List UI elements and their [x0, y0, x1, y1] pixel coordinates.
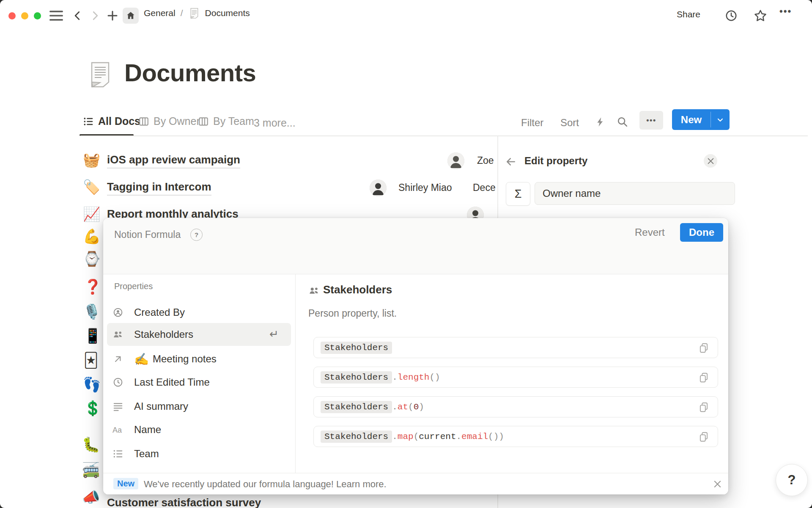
row-emoji: 🧺 [83, 152, 100, 168]
tab-all-docs[interactable]: All Docs [83, 115, 140, 127]
formula-example[interactable]: Stakeholders.map(current.email()) [313, 426, 718, 447]
property-label: Team [134, 448, 159, 460]
favorite-star-icon[interactable] [752, 8, 768, 24]
property-item-stakeholders[interactable]: Stakeholders ↵ [107, 323, 291, 346]
formula-banner: New We've recently updated our formula l… [103, 473, 728, 494]
row-emoji: 💪 [83, 228, 101, 245]
page-icon[interactable] [86, 61, 113, 88]
row-emoji: 📱 [84, 327, 102, 344]
window-close-button[interactable] [8, 12, 16, 19]
property-label: Meeting notes [153, 353, 217, 365]
tab-label: All Docs [98, 115, 140, 127]
row-emoji: 👣 [83, 376, 101, 393]
updates-clock-icon[interactable] [724, 8, 739, 23]
table-row[interactable]: 🧺 iOS app review campaign Zoe [0, 147, 497, 174]
formula-code: Stakeholders.at(0) [321, 401, 424, 413]
return-key-icon: ↵ [269, 328, 279, 341]
forward-icon[interactable] [88, 8, 102, 23]
new-button-group: New [672, 109, 730, 130]
formula-example[interactable]: Stakeholders.at(0) [313, 396, 718, 417]
formula-sigma-icon[interactable]: Σ [506, 182, 530, 206]
row-emoji: 🃏 [84, 352, 99, 369]
new-button[interactable]: New [672, 109, 710, 130]
view-options-ellipsis-icon[interactable]: ••• [639, 111, 663, 130]
property-label: Created By [134, 306, 185, 318]
property-emoji: ✍️ [134, 352, 149, 366]
formula-help-icon[interactable]: ? [190, 229, 203, 241]
back-icon[interactable] [70, 8, 85, 23]
formula-example[interactable]: Stakeholders.length() [313, 367, 718, 388]
detail-title: Stakeholders [323, 283, 392, 296]
tab-label: By Team [213, 115, 254, 127]
property-item-meeting-notes[interactable]: ✍️ Meeting notes [107, 348, 291, 370]
row-emoji: 📈 [83, 206, 100, 222]
sort-button[interactable]: Sort [560, 117, 579, 129]
window-minimize-button[interactable] [21, 12, 28, 19]
breadcrumb: General / Documents [144, 0, 250, 26]
new-page-plus-icon[interactable] [105, 8, 120, 23]
revert-button[interactable]: Revert [635, 223, 665, 242]
row-emoji: 💲 [84, 400, 102, 417]
panel-title: Edit property [524, 155, 587, 167]
table-row[interactable]: 🏷️ Tagging in Intercom Shirley Miao Dece [0, 174, 497, 202]
row-emoji: 🚎 [82, 461, 100, 478]
properties-header: Properties [114, 282, 153, 291]
home-icon[interactable] [123, 8, 139, 24]
row-emoji: 🏷️ [83, 179, 100, 195]
back-arrow-icon[interactable] [504, 155, 518, 168]
copy-icon[interactable] [698, 342, 709, 353]
row-emoji: 🐛 [82, 436, 100, 453]
breadcrumb-separator: / [181, 8, 183, 18]
person-circle-icon [112, 307, 123, 318]
more-options-icon[interactable]: ••• [779, 6, 792, 17]
person-name: Shirley Miao [398, 182, 452, 193]
property-name-input[interactable] [535, 182, 735, 205]
arrow-up-right-icon [112, 353, 123, 364]
row-title[interactable]: Tagging in Intercom [107, 180, 211, 196]
copy-icon[interactable] [698, 431, 709, 442]
row-title[interactable]: Customer satisfaction survey [107, 496, 261, 508]
tab-label: By Owner [154, 115, 200, 127]
breadcrumb-current[interactable]: Documents [205, 8, 250, 18]
filter-button[interactable]: Filter [521, 117, 543, 129]
sidebar-menu-icon[interactable] [47, 9, 65, 22]
window-zoom-button[interactable] [34, 12, 41, 19]
property-item-ai-summary[interactable]: AI summary [107, 395, 291, 418]
detail-description: Person property, list. [308, 308, 397, 319]
people-icon [308, 285, 320, 296]
property-item-name[interactable]: Aa Name [107, 418, 291, 441]
notion-window: General / Documents Share ••• Documents … [0, 0, 812, 508]
help-button[interactable]: ? [776, 464, 808, 496]
tab-more[interactable]: 3 more... [254, 117, 296, 129]
done-button[interactable]: Done [680, 223, 723, 242]
row-emoji: ⌚ [83, 250, 101, 267]
copy-icon[interactable] [698, 372, 709, 383]
svg-text:Aa: Aa [112, 426, 122, 434]
formula-dialog-header: Notion Formula ? Revert Done [103, 218, 728, 274]
banner-text: We've recently updated our formula langu… [144, 479, 387, 490]
automations-bolt-icon[interactable] [593, 114, 608, 130]
close-icon[interactable] [704, 154, 717, 168]
title-aa-icon: Aa [112, 424, 123, 435]
tab-by-team[interactable]: By Team [198, 115, 254, 127]
row-emoji: ❓ [84, 278, 102, 295]
tab-by-owner[interactable]: By Owner [138, 115, 200, 127]
share-button[interactable]: Share [677, 9, 700, 19]
breadcrumb-root[interactable]: General [144, 8, 176, 18]
page-title[interactable]: Documents [124, 58, 256, 87]
avatar [447, 152, 464, 169]
property-item-created-by[interactable]: Created By [107, 301, 291, 324]
row-title[interactable]: iOS app review campaign [107, 153, 240, 168]
property-item-last-edited-time[interactable]: Last Edited Time [107, 371, 291, 394]
property-label: AI summary [134, 400, 188, 412]
row-emoji: 🎙️ [83, 303, 101, 320]
search-icon[interactable] [615, 114, 630, 130]
formula-example[interactable]: Stakeholders [313, 337, 718, 358]
formula-code: Stakeholders.length() [321, 371, 440, 384]
property-item-team[interactable]: Team [107, 442, 291, 465]
text-lines-icon [112, 401, 123, 412]
pane-divider [295, 274, 296, 473]
banner-close-icon[interactable] [712, 479, 722, 489]
copy-icon[interactable] [698, 402, 709, 413]
new-dropdown-chevron-icon[interactable] [711, 109, 730, 130]
